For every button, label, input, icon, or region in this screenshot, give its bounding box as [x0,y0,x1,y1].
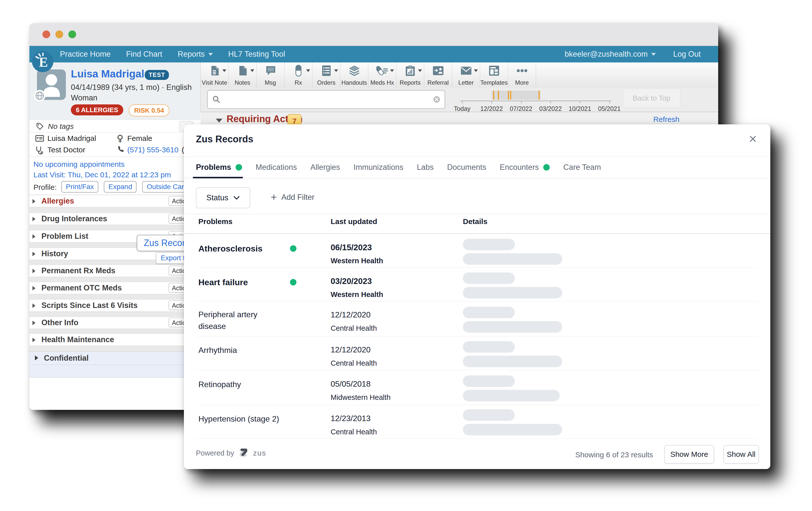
tab-immunizations[interactable]: Immunizations [354,163,404,172]
chart-search-input[interactable] [207,90,445,109]
collapse-triangle-icon[interactable] [216,118,222,123]
back-to-top-button[interactable]: Back to Top [623,89,680,108]
templates-button[interactable]: Templates [480,62,508,88]
table-row[interactable]: Hypertension (stage 2) 12/23/2013 Centra… [196,405,758,438]
elation-logo[interactable]: E [31,50,54,73]
column-last-updated: Last updated [331,217,377,226]
timeline-label[interactable]: 10/2021 [565,105,595,112]
skeleton-pill [463,375,515,387]
patient-name-link[interactable]: Luisa Madrigal [71,68,144,80]
visit-note-button[interactable]: Visit Note [201,62,229,88]
more-dots-icon [508,64,536,77]
skeleton-pill [463,321,562,333]
expand-arrow-icon[interactable] [32,303,35,308]
test-badge: TEST [145,70,169,80]
tab-care-team[interactable]: Care Team [563,163,601,172]
tab-medications[interactable]: Medications [256,163,297,172]
chevron-down-icon [651,53,656,56]
timeline-label[interactable]: 12/2022 [476,105,506,112]
tab-problems[interactable]: Problems [196,163,242,172]
account-menu[interactable]: bkeeler@zushealth.com [565,50,656,59]
section-drug-intolerances[interactable]: Drug Intolerances Actions [29,213,200,225]
section-permanent-rx-meds[interactable]: Permanent Rx Meds Actions [29,265,200,277]
tab-allergies[interactable]: Allergies [311,163,340,172]
expand-arrow-icon[interactable] [32,286,35,291]
tags-row: No tags + [29,120,200,133]
refresh-link[interactable]: Refresh [653,115,679,124]
timeline-label[interactable]: 07/2022 [506,105,536,112]
templates-icon [480,64,508,77]
phone-link[interactable]: (571) 555-3610 [127,145,178,154]
meds-hx-button[interactable]: Meds Hx [368,62,396,88]
tag-icon [36,123,44,131]
section-other-info[interactable]: Other Info Actions [29,317,200,329]
table-row[interactable]: Peripheral artery disease 12/12/2020 Cen… [196,301,758,337]
more-button[interactable]: More [508,62,536,88]
timeline-label[interactable]: 03/2022 [535,105,566,112]
risk-badge[interactable]: RISK 0.54 [129,104,170,116]
nav-reports[interactable]: Reports [178,50,213,59]
green-dot-icon [290,245,296,252]
timeline-label[interactable]: Today [447,105,477,112]
minimize-window-icon[interactable] [55,30,63,38]
expand-button[interactable]: Expand [104,181,137,193]
timeline-label[interactable]: 05/2021 [594,105,625,112]
expand-arrow-icon[interactable] [32,234,35,239]
close-icon[interactable] [747,133,758,144]
skeleton-pill [463,390,560,401]
expand-arrow-icon[interactable] [32,217,35,221]
clear-search-icon[interactable] [433,96,441,104]
tab-encounters[interactable]: Encounters [500,163,550,172]
nav-find-chart[interactable]: Find Chart [126,50,162,59]
modal-tabs: Problems Medications Allergies Immunizat… [184,157,770,178]
logout-button[interactable]: Log Out [673,50,701,59]
timeline-event-mark [539,91,540,100]
table-row[interactable]: Atherosclerosis 06/15/2023 Western Healt… [196,234,758,268]
orders-button[interactable]: Orders [312,62,340,88]
expand-arrow-icon[interactable] [32,199,35,204]
nav-hl7-testing-tool[interactable]: HL7 Testing Tool [228,50,285,59]
section-scripts[interactable]: Scripts Since Last 6 Visits Actions [29,299,200,312]
handouts-button[interactable]: Handouts [340,62,368,88]
modal-title: Zus Records [196,134,253,144]
tab-labs[interactable]: Labs [417,163,433,172]
section-health-maintenance[interactable]: Health Maintenance [29,333,200,346]
zoom-window-icon[interactable] [68,30,76,38]
rx-button[interactable]: Rx [285,62,312,88]
active-tab-underline [193,177,243,178]
green-dot-icon [543,164,550,170]
show-more-button[interactable]: Show More [664,445,714,463]
timeline-activity-bar[interactable] [492,91,541,100]
table-row[interactable]: Arrhythmia 12/12/2020 Central Health [196,336,758,370]
patient-avatar [37,70,66,100]
expand-arrow-icon[interactable] [32,338,35,342]
tab-documents[interactable]: Documents [447,163,486,172]
section-confidential[interactable]: Confidential [29,351,200,365]
referral-button[interactable]: Referral [424,62,452,88]
sex-label: Female [127,134,152,143]
close-window-icon[interactable] [42,30,50,38]
section-permanent-otc-meds[interactable]: Permanent OTC Meds Actions [29,282,200,294]
upcoming-appointments-link[interactable]: No upcoming appointments [33,160,124,168]
expand-arrow-icon[interactable] [32,252,35,256]
expand-arrow-icon[interactable] [32,321,35,325]
last-visit-link[interactable]: Last Visit: Thu, Dec 01, 2022 at 12:23 p… [33,170,171,179]
nav-practice-home[interactable]: Practice Home [60,50,111,59]
letter-button[interactable]: Letter [452,62,480,88]
expand-arrow-icon[interactable] [32,269,35,273]
add-filter-button[interactable]: + Add Filter [271,187,314,207]
table-row[interactable]: Retinopathy 05/05/2018 Midwestern Health [196,370,758,405]
chevron-down-icon [233,196,240,200]
notes-button[interactable]: Notes [229,62,257,88]
section-allergies[interactable]: Allergies Actions [29,195,200,207]
table-row[interactable]: Heart failure 03/20/2023 Western Health [196,268,758,301]
reports-button[interactable]: Reports [396,62,424,88]
print-fax-button[interactable]: Print/Fax [61,181,98,193]
msg-button[interactable]: Msg [257,62,285,88]
skeleton-pill [463,409,515,421]
expand-arrow-icon[interactable] [35,355,38,360]
allergies-badge[interactable]: 6 ALLERGIES [71,104,123,115]
show-all-button[interactable]: Show All [723,445,759,463]
chevron-down-icon [334,70,338,72]
status-filter-dropdown[interactable]: Status [196,187,250,208]
